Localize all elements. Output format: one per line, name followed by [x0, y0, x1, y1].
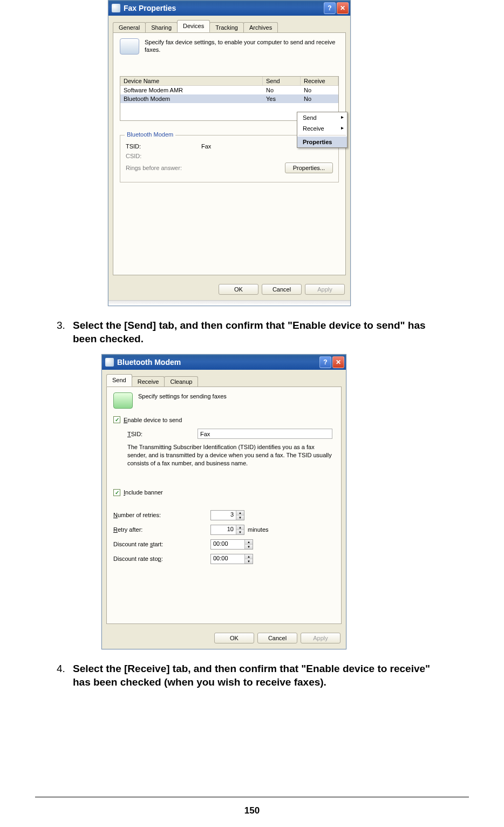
spinner-up-icon[interactable]: ▲: [245, 554, 253, 559]
info-text: Specify settings for sending faxes: [138, 392, 227, 409]
send-settings-icon: [113, 392, 133, 409]
tsid-input[interactable]: [197, 429, 332, 439]
tab-devices[interactable]: Devices: [177, 20, 210, 32]
retry-after-unit: minutes: [248, 526, 269, 533]
dialog-buttons: OK Cancel Apply: [102, 628, 346, 649]
tabpanel-send: Specify settings for sending faxes ✓ Ena…: [106, 387, 342, 624]
rings-label: Rings before answer:: [126, 165, 182, 171]
tsid-label: TSID:: [127, 431, 197, 437]
col-device-name[interactable]: Device Name: [120, 77, 263, 85]
cancel-button[interactable]: Cancel: [262, 284, 302, 295]
help-button[interactable]: ?: [324, 2, 336, 14]
spinner-up-icon[interactable]: ▲: [236, 511, 244, 516]
close-button[interactable]: ✕: [332, 356, 344, 368]
tsid-value: Fax: [201, 143, 211, 150]
step-number: 3.: [57, 319, 73, 345]
include-banner-row[interactable]: ✓ Include banner: [113, 489, 335, 496]
spinner-down-icon[interactable]: ▼: [245, 559, 253, 564]
step-number: 4.: [57, 662, 73, 689]
tsid-label: TSID:: [126, 143, 201, 150]
enable-send-label: Enable device to send: [124, 417, 182, 423]
tab-send[interactable]: Send: [106, 374, 132, 387]
page-divider: [35, 797, 469, 797]
cell-send: No: [263, 86, 301, 94]
ctx-receive[interactable]: Receive: [297, 123, 347, 134]
titlebar[interactable]: Bluetooth Modem ? ✕: [102, 355, 346, 370]
titlebar[interactable]: Fax Properties ? ✕: [108, 1, 350, 16]
cell-name: Software Modem AMR: [120, 86, 263, 94]
disc-stop-spinner[interactable]: 00:00 ▲▼: [210, 554, 253, 564]
ok-button[interactable]: OK: [214, 633, 254, 643]
step-body: Select the [Receive] tab, and then confi…: [73, 662, 447, 689]
tab-tracking[interactable]: Tracking: [209, 22, 244, 33]
step-body: Select the [Send] tab, and then confirm …: [73, 319, 447, 345]
ctx-properties[interactable]: Properties: [297, 137, 347, 147]
disc-stop-label: Discount rate stop:: [113, 555, 210, 562]
col-send[interactable]: Send: [263, 77, 301, 85]
checkbox-checked-icon[interactable]: ✓: [113, 489, 120, 496]
fax-properties-dialog: Fax Properties ? ✕ General Sharing Devic…: [108, 0, 351, 306]
col-receive[interactable]: Receive: [301, 77, 338, 85]
cell-receive: No: [301, 94, 338, 103]
retries-value: 3: [211, 511, 236, 520]
apply-button[interactable]: Apply: [301, 633, 340, 643]
fax-device-icon: [120, 38, 139, 55]
page-number: 150: [0, 805, 504, 816]
retry-after-spinner[interactable]: 10 ▲▼: [210, 525, 244, 535]
info-text: Specify fax device settings, to enable y…: [145, 38, 339, 55]
spinner-up-icon[interactable]: ▲: [245, 540, 253, 545]
spinner-down-icon[interactable]: ▼: [245, 545, 253, 549]
cropped-area: [108, 300, 350, 306]
enable-send-row[interactable]: ✓ Enable device to send: [113, 416, 335, 423]
ctx-send[interactable]: Send: [297, 112, 347, 123]
apply-button[interactable]: Apply: [305, 284, 345, 295]
spinner-down-icon[interactable]: ▼: [236, 530, 244, 534]
step-4: 4. Select the [Receive] tab, and then co…: [57, 662, 447, 689]
tsid-help: The Transmitting Subscriber Identificati…: [127, 443, 335, 467]
window-title: Fax Properties: [124, 4, 176, 12]
step-3: 3. Select the [Send] tab, and then confi…: [57, 319, 447, 345]
help-button[interactable]: ?: [319, 356, 331, 368]
tabpanel-devices: Specify fax device settings, to enable y…: [113, 32, 346, 275]
include-banner-label: Include banner: [124, 489, 163, 496]
table-row[interactable]: Software Modem AMR No No: [120, 86, 338, 94]
table-row[interactable]: Bluetooth Modem Yes No: [120, 94, 338, 103]
ok-button[interactable]: OK: [219, 284, 258, 295]
modem-icon: [105, 358, 114, 367]
cell-name: Bluetooth Modem: [120, 94, 263, 103]
cancel-button[interactable]: Cancel: [257, 633, 297, 643]
bluetooth-modem-dialog: Bluetooth Modem ? ✕ Send Receive Cleanup…: [101, 354, 346, 649]
checkbox-checked-icon[interactable]: ✓: [113, 416, 120, 423]
retry-after-label: Retry after:: [113, 526, 210, 533]
spinner-down-icon[interactable]: ▼: [236, 516, 244, 520]
tab-sharing[interactable]: Sharing: [145, 22, 178, 33]
tab-cleanup[interactable]: Cleanup: [164, 376, 198, 387]
tab-archives[interactable]: Archives: [243, 22, 278, 33]
tabstrip: Send Receive Cleanup: [102, 370, 346, 387]
disc-stop-value: 00:00: [211, 554, 244, 564]
disc-start-value: 00:00: [211, 540, 244, 549]
cell-send: Yes: [263, 94, 301, 103]
context-menu: Send Receive Properties: [297, 112, 348, 148]
tab-receive[interactable]: Receive: [132, 376, 165, 387]
close-button[interactable]: ✕: [337, 2, 349, 14]
divider: [298, 135, 346, 135]
spinner-up-icon[interactable]: ▲: [236, 525, 244, 530]
dialog-buttons: OK Cancel Apply: [108, 280, 350, 300]
window-title: Bluetooth Modem: [117, 358, 181, 367]
retries-spinner[interactable]: 3 ▲▼: [210, 510, 244, 520]
properties-button[interactable]: Properties...: [285, 162, 333, 173]
csid-label: CSID:: [126, 153, 201, 159]
retry-after-value: 10: [211, 525, 236, 534]
groupbox-title: Bluetooth Modem: [125, 131, 175, 138]
disc-start-label: Discount rate start:: [113, 541, 210, 547]
tabstrip: General Sharing Devices Tracking Archive…: [108, 16, 350, 32]
tab-general[interactable]: General: [113, 22, 146, 33]
disc-start-spinner[interactable]: 00:00 ▲▼: [210, 539, 253, 550]
retries-label: Number of retries:: [113, 512, 210, 518]
cell-receive: No: [301, 86, 338, 94]
fax-icon: [112, 4, 120, 12]
